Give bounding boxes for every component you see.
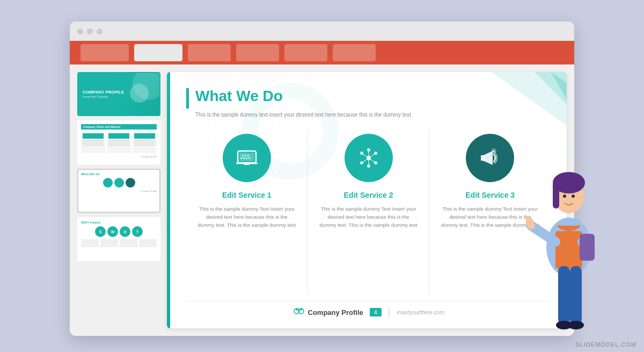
slide-title: What We Do xyxy=(195,88,283,105)
thumb4-box3 xyxy=(120,239,137,247)
browser-titlebar xyxy=(70,21,574,41)
slide-left-bar xyxy=(167,72,170,328)
thumb2-col3 xyxy=(133,132,157,153)
browser-window: COMPANY PROFILE PowerPoint Template Comp… xyxy=(70,21,574,336)
window-dot-red xyxy=(77,28,83,34)
thumb2-col2-lines xyxy=(108,140,129,146)
thumb2-col2-header xyxy=(108,133,129,139)
thumb1-circle-img xyxy=(130,84,149,103)
thumb3-header: What We Do xyxy=(81,173,157,176)
thumb3-icon2 xyxy=(114,178,124,188)
window-dot-yellow xyxy=(87,28,93,34)
main-slide: What We Do This is the sample dummy text… xyxy=(167,72,567,328)
nav-tab-6[interactable] xyxy=(333,44,376,61)
svg-rect-27 xyxy=(481,155,484,161)
slide-bg-dots xyxy=(199,104,306,212)
thumb2-line9 xyxy=(134,145,155,146)
slide-thumb-2[interactable]: Company Vision and Mission xyxy=(77,120,160,164)
thumb2-line4 xyxy=(108,140,129,141)
service3-title: Edit Service 3 xyxy=(465,191,515,199)
footer-brand-icon xyxy=(293,307,305,318)
svg-rect-46 xyxy=(580,234,595,261)
service2-desc: This is the sample dummy Text Insert you… xyxy=(319,205,419,229)
thumb2-header: Company Vision and Mission xyxy=(81,124,157,130)
svg-line-41 xyxy=(582,242,590,253)
thumb4-box4 xyxy=(139,239,157,247)
service-card-2: Edit Service 2 This is the sample dummy … xyxy=(308,128,430,296)
thumb4-box2 xyxy=(100,239,118,247)
thumb4-box1 xyxy=(81,239,99,247)
browser-nav xyxy=(70,41,574,64)
nav-tab-3[interactable] xyxy=(188,44,231,61)
service2-title: Edit Service 2 xyxy=(344,191,393,199)
footer-page-number: 4 xyxy=(370,308,382,317)
footer-brand: Company Profile xyxy=(293,307,363,318)
svg-line-22 xyxy=(369,153,376,158)
browser-content: COMPANY PROFILE PowerPoint Template Comp… xyxy=(70,64,574,336)
thumb2-col2 xyxy=(107,132,131,153)
svg-point-32 xyxy=(296,308,298,311)
thumb3-icon3 xyxy=(126,178,135,188)
thumb2-line5 xyxy=(108,142,129,143)
thumb2-col1-header xyxy=(83,133,104,139)
thumb2-line3 xyxy=(83,145,104,146)
thumb4-header: SWOT Analysis xyxy=(81,221,157,224)
thumb2-col3-lines xyxy=(134,140,155,146)
thumb4-circle-o: O xyxy=(120,226,130,237)
footer-brand-name: Company Profile xyxy=(308,308,363,317)
slide-thumbnail-panel: COMPANY PROFILE PowerPoint Template Comp… xyxy=(77,72,160,328)
slide-title-bar xyxy=(186,88,189,109)
watermark: SLIDEMODEL.COM xyxy=(575,341,636,348)
slide-footer: Company Profile 4 | insertyourthere.com xyxy=(186,301,551,318)
thumb2-col3-header xyxy=(134,133,155,139)
thumb2-line7 xyxy=(134,140,155,141)
thumb2-line6 xyxy=(108,145,129,146)
footer-url: insertyourthere.com xyxy=(397,310,444,315)
thumb4-circles: S W O T xyxy=(81,226,157,237)
svg-line-24 xyxy=(369,158,376,163)
slide-thumb-1[interactable]: COMPANY PROFILE PowerPoint Template xyxy=(77,72,160,116)
thumb4-circle-s: S xyxy=(95,226,106,237)
svg-point-33 xyxy=(300,308,302,311)
network-icon xyxy=(356,146,381,170)
service-card-3: ★ Edit Service 3 This is the sample dumm… xyxy=(429,128,551,296)
thumb2-content xyxy=(81,132,157,153)
thumb2-line2 xyxy=(83,142,104,143)
thumb2-line1 xyxy=(83,140,104,141)
window-dot-green xyxy=(97,28,103,34)
nav-tab-1[interactable] xyxy=(80,44,129,61)
thumb3-footer: Company Profile xyxy=(81,190,157,192)
thumb2-line8 xyxy=(134,142,155,143)
svg-text:★: ★ xyxy=(492,149,495,153)
slide-thumb-4[interactable]: SWOT Analysis S W O T xyxy=(77,217,160,261)
nav-tab-5[interactable] xyxy=(284,44,327,61)
thumb2-col1-lines xyxy=(83,140,104,146)
thumb3-icons xyxy=(81,178,157,188)
thumb4-circle-t: T xyxy=(132,226,143,237)
service2-icon-circle xyxy=(345,134,393,182)
service3-desc: This is the sample dummy Text Insert you… xyxy=(440,205,540,229)
footer-divider: | xyxy=(388,307,390,317)
svg-line-21 xyxy=(362,153,369,158)
megaphone-icon: ★ xyxy=(478,146,502,170)
slide-thumb-3[interactable]: What We Do Company Profile xyxy=(77,169,160,213)
thumb2-footer: Company Profile xyxy=(81,155,157,158)
thumb2-col1 xyxy=(81,132,105,153)
service3-icon-circle: ★ xyxy=(466,134,514,182)
thumb4-circle-w: W xyxy=(107,226,118,237)
thumb3-icon1 xyxy=(103,178,113,188)
thumb4-bottom xyxy=(81,239,157,247)
nav-tab-2-active[interactable] xyxy=(134,44,182,61)
nav-tab-4[interactable] xyxy=(236,44,279,61)
svg-line-23 xyxy=(362,158,369,163)
